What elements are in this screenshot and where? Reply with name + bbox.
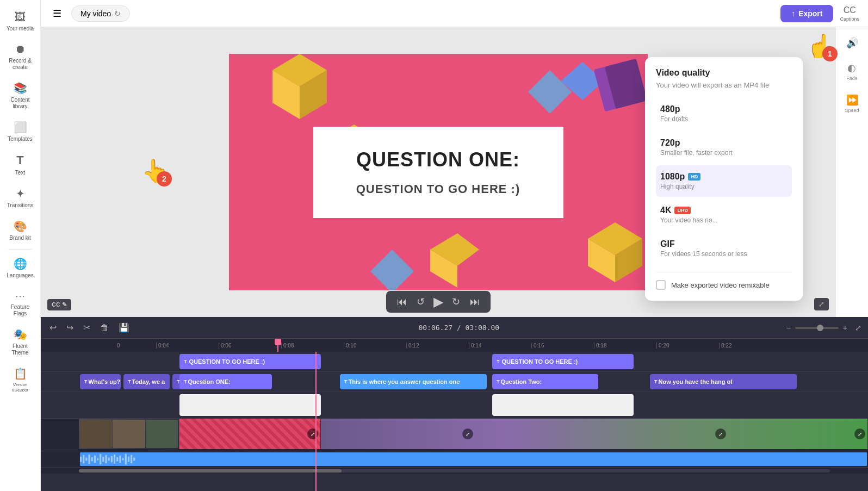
- sidebar-item-version[interactable]: 📋 Version8Se2b0f: [0, 362, 40, 398]
- thumb-expand-2[interactable]: ⤢: [462, 428, 473, 439]
- playhead-top: [275, 339, 281, 345]
- fast-forward-button[interactable]: ↻: [451, 295, 461, 309]
- volume-icon: 🔊: [846, 37, 858, 49]
- clip-label-1: QUESTION TO GO HERE :): [189, 358, 265, 365]
- zoom-in-button[interactable]: +: [843, 324, 847, 332]
- timeline-scrollbar[interactable]: [41, 467, 868, 474]
- sidebar-label-your-media: Your media: [7, 26, 34, 32]
- remixable-row: Make exported video remixable: [656, 272, 792, 290]
- track-row-audio: [41, 451, 868, 467]
- step-2-cursor: 👆 2: [141, 158, 170, 184]
- ruler-marks-container: 0 0:04 0:06 0:08 0:10 0:12 0:14 0:16 0:1…: [79, 343, 868, 349]
- track-content-audio[interactable]: [79, 451, 868, 467]
- sidebar-item-templates[interactable]: ⬜ Templates: [0, 115, 40, 148]
- skip-forward-button[interactable]: ⏭: [469, 295, 481, 309]
- sidebar-item-feature-flags[interactable]: ⋯ FeatureFlags: [0, 284, 40, 322]
- remixable-checkbox[interactable]: [656, 280, 666, 290]
- menu-button[interactable]: ☰: [49, 4, 65, 23]
- volume-control[interactable]: 🔊: [844, 33, 860, 53]
- track-content-video[interactable]: ⤢ ⤢ ⤢ ⤢: [79, 419, 868, 451]
- white-clip-1[interactable]: [179, 394, 321, 416]
- thumb-expand-4[interactable]: ⤢: [854, 428, 865, 439]
- thumb-pattern: [179, 419, 320, 449]
- thumb-expand-1[interactable]: ⤢: [307, 428, 318, 439]
- subtitle-clip-5[interactable]: T This is where you answer question one: [340, 374, 487, 389]
- thumb-expand-3[interactable]: ⤢: [715, 428, 726, 439]
- closed-captions-button[interactable]: CC ✎: [47, 299, 71, 310]
- svg-rect-36: [131, 455, 132, 463]
- export-button[interactable]: ↑ Export: [780, 5, 833, 22]
- clip-text-s4: Question ONE:: [188, 378, 231, 385]
- title-clip-2[interactable]: T QUESTION TO GO HERE :): [492, 354, 634, 369]
- subtitle-clip-6[interactable]: T Question Two:: [492, 374, 598, 389]
- waveform-svg: [80, 452, 867, 466]
- undo-button[interactable]: ↩: [47, 320, 59, 335]
- subtitle-clip-1[interactable]: T What's up?! W: [80, 374, 121, 389]
- ruler-mark-4: 0:04: [156, 343, 219, 349]
- quality-option-gif[interactable]: GIF For videos 15 seconds or less: [656, 233, 792, 264]
- step-badge-2: 2: [157, 171, 172, 187]
- subtitle-clip-2[interactable]: T Today, we a: [123, 374, 170, 389]
- skip-back-button[interactable]: ⏮: [396, 295, 408, 309]
- sidebar-item-content-library[interactable]: 📚 Content library: [0, 76, 40, 115]
- quality-desc-1080p: High quality: [660, 183, 788, 190]
- quality-option-4k[interactable]: 4K UHD Your video has no...: [656, 199, 792, 231]
- quality-option-480p[interactable]: 480p For drafts: [656, 98, 792, 129]
- sidebar-label-fluent: FluentTheme: [11, 343, 28, 356]
- fit-button[interactable]: ⤢: [855, 324, 861, 332]
- delete-button[interactable]: 🗑: [98, 321, 111, 335]
- save-button[interactable]: 💾: [116, 320, 132, 335]
- scrollbar-track[interactable]: [79, 469, 830, 473]
- svg-rect-19: [83, 455, 84, 463]
- rewind-button[interactable]: ↺: [416, 295, 426, 309]
- scrollbar-thumb[interactable]: [79, 469, 342, 473]
- sidebar-item-brand[interactable]: 🎨 Brand kit: [0, 214, 40, 247]
- speed-control[interactable]: ⏩ Speed: [842, 90, 861, 117]
- quality-desc-gif: For videos 15 seconds or less: [660, 250, 788, 258]
- clip-icon-s1: T: [84, 379, 88, 384]
- subtitle-clip-7[interactable]: T Now you have the hang of: [650, 374, 797, 389]
- quality-name-gif: GIF: [660, 239, 788, 249]
- export-label: Export: [798, 9, 822, 18]
- thumb-grid-1: [79, 419, 179, 449]
- sidebar-item-languages[interactable]: 🌐 Languages: [0, 252, 40, 284]
- sidebar-item-fluent-theme[interactable]: 🎭 FluentTheme: [0, 322, 40, 362]
- uhd-badge: UHD: [674, 207, 691, 214]
- zoom-slider[interactable]: [795, 327, 839, 329]
- track-content-2: T What's up?! W T Today, we a T so T: [79, 372, 868, 391]
- playback-controls: ⏮ ↺ ▶ ↻ ⏭: [386, 291, 491, 313]
- ruler-mark-8: 0:08: [281, 343, 344, 349]
- redo-button[interactable]: ↪: [64, 320, 76, 335]
- title-clip-1[interactable]: T QUESTION TO GO HERE :): [179, 354, 321, 369]
- play-button[interactable]: ▶: [433, 294, 443, 309]
- left-sidebar: 🖼 Your media ⏺ Record &create 📚 Content …: [0, 0, 41, 491]
- captions-button[interactable]: CC Captions: [840, 5, 859, 22]
- timeline-tools: ↩ ↪ ✂ 🗑 💾: [47, 320, 132, 335]
- topbar-right: ↑ Export CC Captions: [780, 5, 859, 22]
- video-title-button[interactable]: My video ↻: [71, 5, 130, 22]
- svg-rect-23: [94, 456, 96, 463]
- sidebar-item-record-create[interactable]: ⏺ Record &create: [0, 38, 40, 76]
- sidebar-item-transitions[interactable]: ✦ Transitions: [0, 182, 40, 214]
- record-icon: ⏺: [15, 43, 26, 55]
- topbar-left: ☰ My video ↻: [49, 4, 130, 23]
- svg-rect-32: [119, 456, 121, 463]
- sidebar-item-your-media[interactable]: 🖼 Your media: [0, 5, 40, 38]
- zoom-out-button[interactable]: −: [786, 324, 791, 332]
- video-canvas: QUESTION ONE: QUESTION TO GO HERE :): [229, 54, 648, 290]
- white-clip-2[interactable]: [492, 394, 634, 416]
- subtitle-clip-4[interactable]: T Question ONE:: [179, 374, 272, 389]
- cut-button[interactable]: ✂: [81, 320, 92, 335]
- fade-control[interactable]: ◐ Fade: [844, 58, 860, 85]
- svg-rect-20: [85, 458, 87, 461]
- quality-desc-4k: Your video has no...: [660, 216, 788, 224]
- ruler-mark-20: 0:20: [656, 343, 719, 349]
- export-icon: ↑: [791, 9, 795, 18]
- hamburger-icon: ☰: [53, 8, 61, 19]
- quality-option-1080p[interactable]: 1080p HD High quality: [656, 165, 792, 197]
- fullscreen-button[interactable]: ⤢: [814, 298, 829, 310]
- brand-icon: 🎨: [14, 220, 27, 233]
- quality-option-720p[interactable]: 720p Smaller file, faster export: [656, 132, 792, 163]
- sidebar-item-text[interactable]: T Text: [0, 148, 40, 182]
- version-icon: 📋: [14, 367, 27, 380]
